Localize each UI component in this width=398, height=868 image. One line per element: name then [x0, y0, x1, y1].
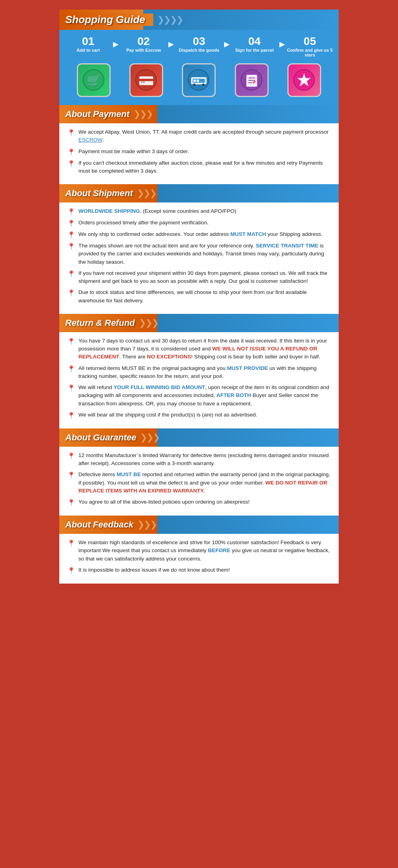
- bullet-r3: 📍: [67, 384, 75, 392]
- step-3: 03 Dispatch the goods: [174, 36, 224, 53]
- refund-text-4: We will bear all the shipping cost if th…: [78, 411, 257, 419]
- escrow-link[interactable]: ESCROW: [78, 137, 102, 143]
- before-highlight: BEFORE: [208, 547, 230, 553]
- bullet-g1: 📍: [67, 452, 75, 460]
- feedback-item-1: 📍 We maintain high standards of excellen…: [67, 539, 331, 563]
- feedback-header-arrows: ❯❯❯: [137, 520, 156, 530]
- bullet-s5: 📍: [67, 270, 75, 278]
- shipment-title: About Shipment: [65, 188, 133, 199]
- guarantee-text-3: You agree to all of the above-listed pol…: [78, 498, 250, 506]
- guarantee-section-header: About Guarantee ❯❯❯: [59, 428, 339, 447]
- no-repair-highlight: WE DO NOT REPAIR OR REPLACE ITEMS WITH A…: [78, 480, 328, 494]
- arrow-2: ▶: [168, 36, 174, 49]
- bullet-s4: 📍: [67, 243, 75, 250]
- steps-section: 01 Add to cart ▶ 02 Pay with Escrow ▶ 03…: [59, 30, 339, 105]
- shipment-header-arrows: ❯❯❯: [137, 188, 156, 199]
- refund-item-2: 📍 All returned items MUST BE in the orig…: [67, 364, 331, 381]
- step-2-label: Pay with Escrow: [126, 48, 161, 53]
- arrow-1: ▶: [113, 36, 119, 49]
- bullet-r2: 📍: [67, 365, 75, 373]
- payment-section-content: 📍 We accept Alipay, West Union, TT. All …: [59, 123, 339, 184]
- full-bid-highlight: YOUR FULL WINNING BID AMOUNT: [113, 384, 205, 390]
- step-5-number: 05: [304, 36, 316, 47]
- guarantee-item-1: 📍 12 months Manufacturer`s limited Warra…: [67, 452, 331, 468]
- refund-section-header: Return & Refund ❯❯❯: [59, 314, 339, 332]
- feedback-item-2: 📍 It is impossible to address issues if …: [67, 566, 331, 574]
- guarantee-title: About Guarantee: [65, 432, 136, 443]
- payment-item-3: 📍 If you can't checkout immediately afte…: [67, 159, 331, 175]
- step-icons-row: 🛒: [59, 59, 339, 103]
- step-2: 02 Pay with Escrow: [119, 36, 168, 53]
- must-be-highlight: MUST BE: [117, 471, 141, 477]
- refund-text-2: All returned items MUST BE in the origin…: [78, 364, 331, 381]
- cart-icon: 🛒: [77, 63, 111, 97]
- steps-row: 01 Add to cart ▶ 02 Pay with Escrow ▶ 03…: [59, 34, 339, 59]
- bullet-s6: 📍: [67, 289, 75, 297]
- guarantee-item-3: 📍 You agree to all of the above-listed p…: [67, 498, 331, 506]
- bullet-3: 📍: [67, 160, 75, 167]
- bullet-r4: 📍: [67, 412, 75, 419]
- shipment-item-2: 📍 Orders processed timely after the paym…: [67, 219, 331, 227]
- shipment-text-3: We only ship to confirmed order addresse…: [78, 230, 322, 238]
- shopping-guide-header: Shopping Guide ❯❯❯❯: [59, 10, 339, 30]
- shipment-item-3: 📍 We only ship to confirmed order addres…: [67, 230, 331, 239]
- bullet-s1: 📍: [67, 208, 75, 216]
- bullet-2: 📍: [67, 148, 75, 156]
- shipment-item-4: 📍 The images shown are not the actual it…: [67, 242, 331, 266]
- payment-text-2: Payment must be made within 3 days of or…: [78, 148, 189, 156]
- feedback-section-content: 📍 We maintain high standards of excellen…: [59, 534, 339, 584]
- guarantee-header-arrows: ❯❯❯: [140, 432, 159, 443]
- step-1: 01 Add to cart: [63, 36, 113, 53]
- svg-rect-5: [141, 82, 145, 83]
- payment-text-1: We accept Alipay, West Union, TT. All ma…: [78, 128, 331, 144]
- main-container: Shopping Guide ❯❯❯❯ 01 Add to cart ▶ 02 …: [58, 8, 340, 585]
- feedback-section-header: About Feedback ❯❯❯: [59, 516, 339, 534]
- payment-icon: [129, 63, 163, 97]
- shipment-text-1: WORLDWIDE SHIPPING. (Except some countri…: [78, 207, 236, 215]
- no-exceptions-highlight: NO EXCEPTIONS: [147, 354, 191, 360]
- bullet-g2: 📍: [67, 471, 75, 479]
- dispatch-icon: [182, 63, 216, 97]
- step-4-number: 04: [248, 36, 261, 47]
- step-3-number: 03: [193, 36, 205, 47]
- svg-point-12: [202, 84, 205, 86]
- worldwide-highlight: WORLDWIDE SHIPPING: [78, 208, 140, 214]
- refund-text-3: We will refund YOUR FULL WINNING BID AMO…: [78, 383, 331, 408]
- shipment-item-5: 📍 If you have not received your shipment…: [67, 269, 331, 286]
- payment-title: About Payment: [65, 109, 129, 119]
- step-1-label: Add to cart: [77, 48, 100, 53]
- svg-rect-9: [193, 80, 196, 82]
- svg-text:🛒: 🛒: [86, 74, 100, 87]
- payment-section-header: About Payment ❯❯❯: [59, 105, 339, 123]
- arrow-3: ▶: [224, 36, 230, 49]
- shipment-section-header: About Shipment ❯❯❯: [59, 184, 339, 202]
- bullet-f2: 📍: [67, 567, 75, 574]
- must-match-highlight: MUST MATCH: [230, 231, 266, 237]
- confirm-icon: [287, 63, 321, 97]
- feedback-text-2: It is impossible to address issues if we…: [78, 566, 230, 574]
- step-1-number: 01: [82, 36, 94, 47]
- refund-text-1: You have 7 days to contact us and 30 day…: [78, 337, 331, 361]
- arrow-4: ▶: [279, 36, 285, 49]
- bullet-s2: 📍: [67, 220, 75, 227]
- step-4: 04 Sign for the parcel: [230, 36, 279, 53]
- feedback-title: About Feedback: [65, 520, 133, 530]
- payment-text-3: If you can't checkout immediately after …: [78, 159, 331, 175]
- refund-section-content: 📍 You have 7 days to contact us and 30 d…: [59, 332, 339, 428]
- svg-point-11: [193, 84, 195, 86]
- step-3-label: Dispatch the goods: [179, 48, 219, 53]
- step-5-label: Confirm and give us 5 stars: [285, 48, 335, 57]
- shipment-text-6: Due to stock status and time differences…: [78, 288, 331, 305]
- refund-item-3: 📍 We will refund YOUR FULL WINNING BID A…: [67, 383, 331, 408]
- payment-item-2: 📍 Payment must be made within 3 days of …: [67, 148, 331, 156]
- shipment-section-content: 📍 WORLDWIDE SHIPPING. (Except some count…: [59, 202, 339, 314]
- service-transit-highlight: SERVICE TRANSIT TIME: [256, 243, 318, 249]
- svg-rect-4: [139, 79, 153, 81]
- no-refund-highlight: WE WILL NOT ISSUE YOU A REFUND OR REPLAC…: [78, 346, 317, 360]
- step-5: 05 Confirm and give us 5 stars: [285, 36, 335, 57]
- shipment-text-4: The images shown are not the actual item…: [78, 242, 331, 266]
- payment-item-1: 📍 We accept Alipay, West Union, TT. All …: [67, 128, 331, 144]
- after-both-highlight: AFTER BOTH: [217, 392, 251, 398]
- must-provide-highlight: MUST PROVIDE: [227, 365, 268, 371]
- svg-rect-10: [197, 80, 199, 82]
